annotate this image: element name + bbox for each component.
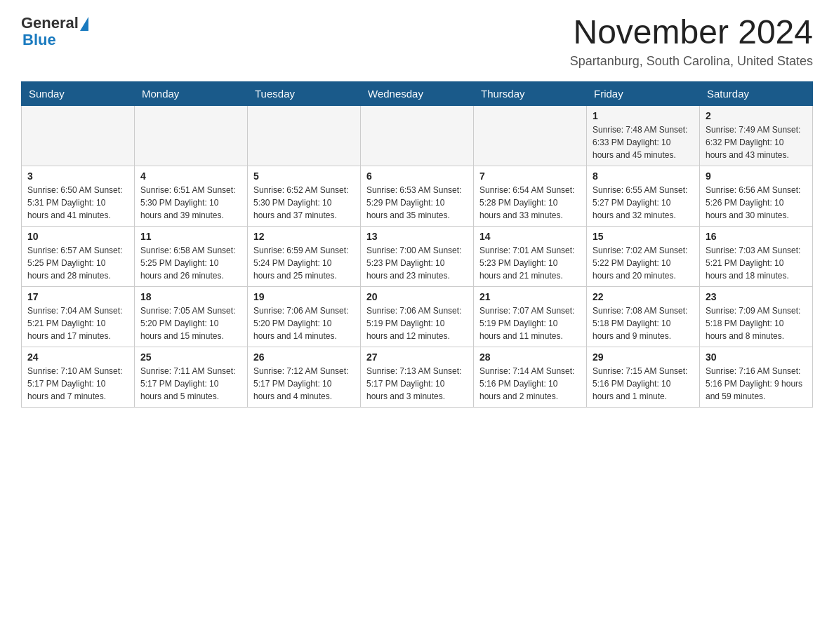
calendar-week-row: 10Sunrise: 6:57 AM Sunset: 5:25 PM Dayli… xyxy=(22,226,813,286)
day-info: Sunrise: 7:04 AM Sunset: 5:21 PM Dayligh… xyxy=(27,304,128,342)
calendar-week-row: 1Sunrise: 7:48 AM Sunset: 6:33 PM Daylig… xyxy=(22,105,813,166)
calendar-cell: 13Sunrise: 7:00 AM Sunset: 5:23 PM Dayli… xyxy=(361,226,474,286)
calendar-day-header: Friday xyxy=(587,81,700,105)
day-number: 5 xyxy=(253,170,355,182)
calendar-cell: 24Sunrise: 7:10 AM Sunset: 5:17 PM Dayli… xyxy=(22,347,135,407)
calendar-cell: 17Sunrise: 7:04 AM Sunset: 5:21 PM Dayli… xyxy=(22,286,135,347)
calendar-day-header: Sunday xyxy=(22,81,135,105)
day-number: 21 xyxy=(479,291,581,302)
calendar-cell: 27Sunrise: 7:13 AM Sunset: 5:17 PM Dayli… xyxy=(361,347,474,407)
day-info: Sunrise: 7:06 AM Sunset: 5:20 PM Dayligh… xyxy=(253,304,355,342)
calendar-cell: 6Sunrise: 6:53 AM Sunset: 5:29 PM Daylig… xyxy=(361,166,474,226)
day-info: Sunrise: 7:08 AM Sunset: 5:18 PM Dayligh… xyxy=(593,304,694,342)
day-info: Sunrise: 6:53 AM Sunset: 5:29 PM Dayligh… xyxy=(366,184,468,222)
day-info: Sunrise: 6:55 AM Sunset: 5:27 PM Dayligh… xyxy=(593,184,694,222)
calendar-cell: 14Sunrise: 7:01 AM Sunset: 5:23 PM Dayli… xyxy=(474,226,587,286)
calendar-cell: 21Sunrise: 7:07 AM Sunset: 5:19 PM Dayli… xyxy=(474,286,587,347)
calendar-cell: 26Sunrise: 7:12 AM Sunset: 5:17 PM Dayli… xyxy=(248,347,361,407)
calendar-cell: 8Sunrise: 6:55 AM Sunset: 5:27 PM Daylig… xyxy=(587,166,700,226)
calendar-cell: 12Sunrise: 6:59 AM Sunset: 5:24 PM Dayli… xyxy=(248,226,361,286)
day-info: Sunrise: 6:59 AM Sunset: 5:24 PM Dayligh… xyxy=(253,244,355,282)
day-info: Sunrise: 7:15 AM Sunset: 5:16 PM Dayligh… xyxy=(593,365,694,403)
calendar-cell: 23Sunrise: 7:09 AM Sunset: 5:18 PM Dayli… xyxy=(700,286,813,347)
calendar-cell: 4Sunrise: 6:51 AM Sunset: 5:30 PM Daylig… xyxy=(135,166,248,226)
calendar-week-row: 24Sunrise: 7:10 AM Sunset: 5:17 PM Dayli… xyxy=(22,347,813,407)
day-info: Sunrise: 7:09 AM Sunset: 5:18 PM Dayligh… xyxy=(706,304,807,342)
day-number: 23 xyxy=(706,291,807,302)
day-number: 18 xyxy=(140,291,241,302)
day-info: Sunrise: 7:01 AM Sunset: 5:23 PM Dayligh… xyxy=(479,244,581,282)
day-info: Sunrise: 7:48 AM Sunset: 6:33 PM Dayligh… xyxy=(593,123,694,161)
day-number: 25 xyxy=(140,351,241,363)
calendar-cell xyxy=(361,105,474,166)
day-number: 6 xyxy=(366,170,468,182)
day-info: Sunrise: 7:02 AM Sunset: 5:22 PM Dayligh… xyxy=(593,244,694,282)
calendar-week-row: 3Sunrise: 6:50 AM Sunset: 5:31 PM Daylig… xyxy=(22,166,813,226)
day-info: Sunrise: 7:07 AM Sunset: 5:19 PM Dayligh… xyxy=(479,304,581,342)
day-info: Sunrise: 6:54 AM Sunset: 5:28 PM Dayligh… xyxy=(479,184,581,222)
calendar-cell: 11Sunrise: 6:58 AM Sunset: 5:25 PM Dayli… xyxy=(135,226,248,286)
day-info: Sunrise: 7:12 AM Sunset: 5:17 PM Dayligh… xyxy=(253,365,355,403)
day-number: 13 xyxy=(366,231,468,242)
calendar-cell: 5Sunrise: 6:52 AM Sunset: 5:30 PM Daylig… xyxy=(248,166,361,226)
calendar-cell: 3Sunrise: 6:50 AM Sunset: 5:31 PM Daylig… xyxy=(22,166,135,226)
calendar-day-header: Thursday xyxy=(474,81,587,105)
calendar-cell: 10Sunrise: 6:57 AM Sunset: 5:25 PM Dayli… xyxy=(22,226,135,286)
day-info: Sunrise: 7:11 AM Sunset: 5:17 PM Dayligh… xyxy=(140,365,241,403)
day-number: 10 xyxy=(27,231,128,242)
day-number: 15 xyxy=(593,231,694,242)
calendar-cell: 15Sunrise: 7:02 AM Sunset: 5:22 PM Dayli… xyxy=(587,226,700,286)
day-info: Sunrise: 7:10 AM Sunset: 5:17 PM Dayligh… xyxy=(27,365,128,403)
calendar-week-row: 17Sunrise: 7:04 AM Sunset: 5:21 PM Dayli… xyxy=(22,286,813,347)
day-number: 20 xyxy=(366,291,468,302)
title-area: November 2024 Spartanburg, South Carolin… xyxy=(570,14,813,69)
day-number: 1 xyxy=(593,110,694,121)
calendar-cell: 2Sunrise: 7:49 AM Sunset: 6:32 PM Daylig… xyxy=(700,105,813,166)
day-number: 29 xyxy=(593,351,694,363)
day-number: 4 xyxy=(140,170,241,182)
day-number: 9 xyxy=(706,170,807,182)
header: General Blue November 2024 Spartanburg, … xyxy=(21,14,813,69)
day-number: 22 xyxy=(593,291,694,302)
calendar-cell: 9Sunrise: 6:56 AM Sunset: 5:26 PM Daylig… xyxy=(700,166,813,226)
day-info: Sunrise: 7:05 AM Sunset: 5:20 PM Dayligh… xyxy=(140,304,241,342)
logo-blue-text: Blue xyxy=(21,31,56,49)
calendar-cell: 7Sunrise: 6:54 AM Sunset: 5:28 PM Daylig… xyxy=(474,166,587,226)
day-info: Sunrise: 6:56 AM Sunset: 5:26 PM Dayligh… xyxy=(706,184,807,222)
calendar-cell: 29Sunrise: 7:15 AM Sunset: 5:16 PM Dayli… xyxy=(587,347,700,407)
day-info: Sunrise: 7:00 AM Sunset: 5:23 PM Dayligh… xyxy=(366,244,468,282)
logo: General Blue xyxy=(21,14,88,49)
calendar-cell: 20Sunrise: 7:06 AM Sunset: 5:19 PM Dayli… xyxy=(361,286,474,347)
day-info: Sunrise: 6:58 AM Sunset: 5:25 PM Dayligh… xyxy=(140,244,241,282)
day-number: 3 xyxy=(27,170,128,182)
calendar-table: SundayMondayTuesdayWednesdayThursdayFrid… xyxy=(21,81,813,408)
month-title: November 2024 xyxy=(570,14,813,51)
day-number: 14 xyxy=(479,231,581,242)
calendar-cell xyxy=(248,105,361,166)
calendar-cell: 28Sunrise: 7:14 AM Sunset: 5:16 PM Dayli… xyxy=(474,347,587,407)
day-number: 11 xyxy=(140,231,241,242)
day-info: Sunrise: 6:57 AM Sunset: 5:25 PM Dayligh… xyxy=(27,244,128,282)
day-number: 30 xyxy=(706,351,807,363)
day-number: 26 xyxy=(253,351,355,363)
calendar-day-header: Monday xyxy=(135,81,248,105)
day-info: Sunrise: 7:14 AM Sunset: 5:16 PM Dayligh… xyxy=(479,365,581,403)
day-number: 8 xyxy=(593,170,694,182)
day-number: 12 xyxy=(253,231,355,242)
logo-triangle-icon xyxy=(80,17,88,31)
day-number: 24 xyxy=(27,351,128,363)
calendar-cell: 18Sunrise: 7:05 AM Sunset: 5:20 PM Dayli… xyxy=(135,286,248,347)
calendar-day-header: Tuesday xyxy=(248,81,361,105)
day-info: Sunrise: 6:52 AM Sunset: 5:30 PM Dayligh… xyxy=(253,184,355,222)
calendar-day-header: Saturday xyxy=(700,81,813,105)
day-info: Sunrise: 7:16 AM Sunset: 5:16 PM Dayligh… xyxy=(706,365,807,403)
calendar-cell: 19Sunrise: 7:06 AM Sunset: 5:20 PM Dayli… xyxy=(248,286,361,347)
logo-general-text: General xyxy=(21,14,79,32)
calendar-cell xyxy=(22,105,135,166)
day-number: 17 xyxy=(27,291,128,302)
day-number: 28 xyxy=(479,351,581,363)
day-number: 2 xyxy=(706,110,807,121)
day-info: Sunrise: 7:06 AM Sunset: 5:19 PM Dayligh… xyxy=(366,304,468,342)
day-info: Sunrise: 6:51 AM Sunset: 5:30 PM Dayligh… xyxy=(140,184,241,222)
calendar-header-row: SundayMondayTuesdayWednesdayThursdayFrid… xyxy=(22,81,813,105)
